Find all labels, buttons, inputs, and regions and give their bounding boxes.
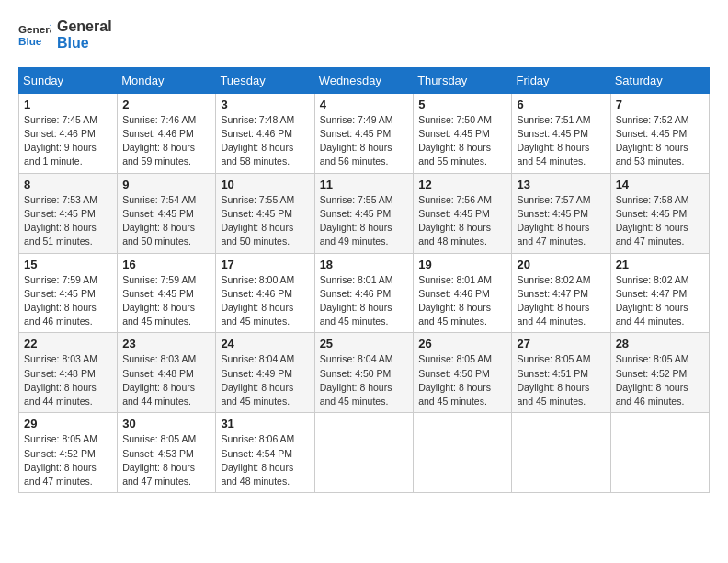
day-number: 1 bbox=[24, 98, 112, 111]
day-number: 12 bbox=[418, 178, 506, 191]
day-number: 23 bbox=[122, 337, 210, 350]
day-number: 8 bbox=[24, 178, 112, 191]
day-header-wednesday: Wednesday bbox=[314, 67, 414, 93]
day-info: Sunrise: 8:05 AMSunset: 4:50 PMDaylight:… bbox=[418, 352, 506, 408]
day-number: 7 bbox=[616, 98, 704, 111]
calendar-cell: 21Sunrise: 8:02 AMSunset: 4:47 PMDayligh… bbox=[610, 253, 709, 333]
day-number: 10 bbox=[221, 178, 309, 191]
day-header-friday: Friday bbox=[512, 67, 610, 93]
day-number: 20 bbox=[517, 258, 605, 271]
day-number: 24 bbox=[221, 337, 309, 350]
calendar-cell: 29Sunrise: 8:05 AMSunset: 4:52 PMDayligh… bbox=[19, 413, 118, 493]
calendar-header-row: SundayMondayTuesdayWednesdayThursdayFrid… bbox=[19, 67, 710, 93]
day-info: Sunrise: 7:56 AMSunset: 4:45 PMDaylight:… bbox=[418, 193, 506, 249]
day-number: 30 bbox=[122, 417, 210, 431]
day-number: 27 bbox=[517, 337, 605, 350]
day-info: Sunrise: 8:05 AMSunset: 4:52 PMDaylight:… bbox=[616, 352, 704, 408]
day-number: 4 bbox=[320, 98, 409, 111]
calendar-cell: 23Sunrise: 8:03 AMSunset: 4:48 PMDayligh… bbox=[118, 333, 216, 413]
calendar-cell: 18Sunrise: 8:01 AMSunset: 4:46 PMDayligh… bbox=[314, 253, 414, 333]
calendar-cell: 7Sunrise: 7:52 AMSunset: 4:45 PMDaylight… bbox=[610, 93, 709, 173]
day-number: 18 bbox=[320, 258, 409, 271]
calendar-cell: 22Sunrise: 8:03 AMSunset: 4:48 PMDayligh… bbox=[19, 333, 118, 413]
day-number: 19 bbox=[418, 258, 506, 271]
day-info: Sunrise: 7:57 AMSunset: 4:45 PMDaylight:… bbox=[517, 193, 605, 249]
calendar-week-5: 29Sunrise: 8:05 AMSunset: 4:52 PMDayligh… bbox=[19, 413, 710, 493]
calendar-cell: 19Sunrise: 8:01 AMSunset: 4:46 PMDayligh… bbox=[414, 253, 512, 333]
day-info: Sunrise: 7:59 AMSunset: 4:45 PMDaylight:… bbox=[24, 273, 112, 329]
calendar-cell: 14Sunrise: 7:58 AMSunset: 4:45 PMDayligh… bbox=[610, 173, 709, 253]
calendar-week-4: 22Sunrise: 8:03 AMSunset: 4:48 PMDayligh… bbox=[19, 333, 710, 413]
calendar-cell: 10Sunrise: 7:55 AMSunset: 4:45 PMDayligh… bbox=[216, 173, 314, 253]
day-number: 28 bbox=[616, 337, 704, 350]
day-info: Sunrise: 7:51 AMSunset: 4:45 PMDaylight:… bbox=[517, 113, 605, 169]
logo-general: General bbox=[57, 18, 112, 35]
svg-text:Blue: Blue bbox=[18, 35, 42, 47]
calendar-week-1: 1Sunrise: 7:45 AMSunset: 4:46 PMDaylight… bbox=[19, 93, 710, 173]
day-number: 31 bbox=[221, 417, 309, 431]
calendar-cell: 30Sunrise: 8:05 AMSunset: 4:53 PMDayligh… bbox=[118, 413, 216, 493]
day-number: 26 bbox=[418, 337, 506, 350]
day-info: Sunrise: 7:55 AMSunset: 4:45 PMDaylight:… bbox=[221, 193, 309, 249]
day-number: 14 bbox=[616, 178, 704, 191]
calendar-cell: 28Sunrise: 8:05 AMSunset: 4:52 PMDayligh… bbox=[610, 333, 709, 413]
day-number: 2 bbox=[122, 98, 210, 111]
day-number: 16 bbox=[122, 258, 210, 271]
calendar-cell: 9Sunrise: 7:54 AMSunset: 4:45 PMDaylight… bbox=[118, 173, 216, 253]
calendar-cell: 4Sunrise: 7:49 AMSunset: 4:45 PMDaylight… bbox=[314, 93, 414, 173]
day-number: 29 bbox=[24, 417, 112, 431]
day-info: Sunrise: 8:02 AMSunset: 4:47 PMDaylight:… bbox=[517, 273, 605, 329]
day-info: Sunrise: 8:05 AMSunset: 4:52 PMDaylight:… bbox=[24, 432, 112, 488]
day-info: Sunrise: 7:49 AMSunset: 4:45 PMDaylight:… bbox=[320, 113, 409, 169]
day-info: Sunrise: 7:46 AMSunset: 4:46 PMDaylight:… bbox=[122, 113, 210, 169]
day-info: Sunrise: 7:59 AMSunset: 4:45 PMDaylight:… bbox=[122, 273, 210, 329]
day-number: 25 bbox=[320, 337, 409, 350]
calendar-cell bbox=[314, 413, 414, 493]
calendar-cell: 12Sunrise: 7:56 AMSunset: 4:45 PMDayligh… bbox=[414, 173, 512, 253]
day-header-monday: Monday bbox=[118, 67, 216, 93]
logo-blue: Blue bbox=[57, 35, 112, 52]
page-header: General Blue General Blue bbox=[18, 18, 710, 52]
calendar-cell: 8Sunrise: 7:53 AMSunset: 4:45 PMDaylight… bbox=[19, 173, 118, 253]
day-info: Sunrise: 8:03 AMSunset: 4:48 PMDaylight:… bbox=[122, 352, 210, 408]
logo: General Blue General Blue bbox=[18, 18, 112, 52]
day-header-saturday: Saturday bbox=[610, 67, 709, 93]
svg-text:General: General bbox=[18, 24, 51, 36]
calendar-week-2: 8Sunrise: 7:53 AMSunset: 4:45 PMDaylight… bbox=[19, 173, 710, 253]
calendar-cell bbox=[512, 413, 610, 493]
day-info: Sunrise: 7:53 AMSunset: 4:45 PMDaylight:… bbox=[24, 193, 112, 249]
day-info: Sunrise: 7:55 AMSunset: 4:45 PMDaylight:… bbox=[320, 193, 409, 249]
day-info: Sunrise: 8:03 AMSunset: 4:48 PMDaylight:… bbox=[24, 352, 112, 408]
calendar-week-3: 15Sunrise: 7:59 AMSunset: 4:45 PMDayligh… bbox=[19, 253, 710, 333]
calendar-cell: 1Sunrise: 7:45 AMSunset: 4:46 PMDaylight… bbox=[19, 93, 118, 173]
calendar-cell: 13Sunrise: 7:57 AMSunset: 4:45 PMDayligh… bbox=[512, 173, 610, 253]
day-info: Sunrise: 7:54 AMSunset: 4:45 PMDaylight:… bbox=[122, 193, 210, 249]
calendar-cell: 5Sunrise: 7:50 AMSunset: 4:45 PMDaylight… bbox=[414, 93, 512, 173]
day-info: Sunrise: 8:04 AMSunset: 4:50 PMDaylight:… bbox=[320, 352, 409, 408]
day-number: 11 bbox=[320, 178, 409, 191]
calendar-cell: 11Sunrise: 7:55 AMSunset: 4:45 PMDayligh… bbox=[314, 173, 414, 253]
calendar-cell: 2Sunrise: 7:46 AMSunset: 4:46 PMDaylight… bbox=[118, 93, 216, 173]
day-info: Sunrise: 8:05 AMSunset: 4:53 PMDaylight:… bbox=[122, 432, 210, 488]
day-info: Sunrise: 8:04 AMSunset: 4:49 PMDaylight:… bbox=[221, 352, 309, 408]
day-info: Sunrise: 8:01 AMSunset: 4:46 PMDaylight:… bbox=[418, 273, 506, 329]
day-number: 5 bbox=[418, 98, 506, 111]
calendar-cell: 15Sunrise: 7:59 AMSunset: 4:45 PMDayligh… bbox=[19, 253, 118, 333]
calendar-cell: 25Sunrise: 8:04 AMSunset: 4:50 PMDayligh… bbox=[314, 333, 414, 413]
calendar-cell: 31Sunrise: 8:06 AMSunset: 4:54 PMDayligh… bbox=[216, 413, 314, 493]
day-header-thursday: Thursday bbox=[414, 67, 512, 93]
day-number: 6 bbox=[517, 98, 605, 111]
calendar-cell: 17Sunrise: 8:00 AMSunset: 4:46 PMDayligh… bbox=[216, 253, 314, 333]
day-info: Sunrise: 8:06 AMSunset: 4:54 PMDaylight:… bbox=[221, 432, 309, 488]
calendar-cell bbox=[414, 413, 512, 493]
day-info: Sunrise: 7:45 AMSunset: 4:46 PMDaylight:… bbox=[24, 113, 112, 169]
calendar-cell: 6Sunrise: 7:51 AMSunset: 4:45 PMDaylight… bbox=[512, 93, 610, 173]
calendar-cell bbox=[610, 413, 709, 493]
day-number: 15 bbox=[24, 258, 112, 271]
calendar-cell: 16Sunrise: 7:59 AMSunset: 4:45 PMDayligh… bbox=[118, 253, 216, 333]
day-header-sunday: Sunday bbox=[19, 67, 118, 93]
calendar-cell: 3Sunrise: 7:48 AMSunset: 4:46 PMDaylight… bbox=[216, 93, 314, 173]
day-info: Sunrise: 8:05 AMSunset: 4:51 PMDaylight:… bbox=[517, 352, 605, 408]
day-number: 17 bbox=[221, 258, 309, 271]
day-info: Sunrise: 7:48 AMSunset: 4:46 PMDaylight:… bbox=[221, 113, 309, 169]
